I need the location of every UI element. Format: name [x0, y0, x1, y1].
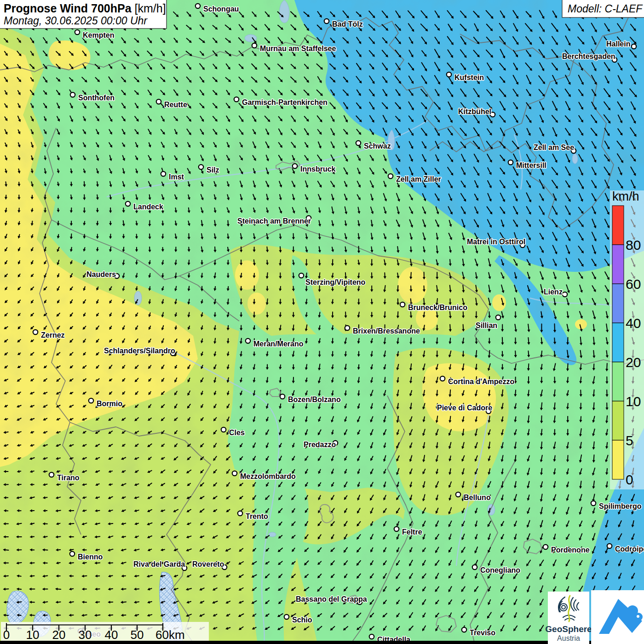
city-label-landeck: Landeck [133, 203, 163, 211]
wind-arrow [554, 456, 555, 460]
wind-arrow [372, 299, 372, 303]
city-marker-feltre [394, 527, 399, 531]
wind-arrow [201, 234, 202, 237]
wind-arrow [502, 469, 503, 472]
city-marker-bruneck-brunico [400, 302, 405, 307]
city-marker-pordenone [543, 545, 548, 549]
legend-color-box-80 [612, 206, 624, 245]
geosphere-logo: GeoSphere Austria [545, 592, 592, 644]
wind-arrow [476, 364, 477, 368]
wind-arrow [607, 363, 607, 369]
wind-arrow [515, 390, 516, 395]
wind-arrow [18, 563, 22, 563]
city-label-zell-am-ziller: Zell am Ziller [396, 175, 441, 183]
wind-arrow [476, 351, 477, 356]
wind-arrow [411, 364, 411, 369]
scalebar-label-40: 40 [105, 628, 118, 642]
wind-arrow [541, 338, 542, 343]
city-marker-kufstein [447, 72, 451, 77]
wind-arrow [84, 576, 87, 576]
wind-arrow [345, 247, 346, 251]
legend-units-label: km/h [612, 190, 639, 203]
met-logo [591, 590, 644, 644]
model-panel: Modell: C-LAEF [562, 0, 644, 17]
city-label-mezzolombardo: Mezzolombardo [240, 472, 296, 480]
legend-color-box-20 [612, 323, 624, 362]
wind-arrow [502, 338, 503, 343]
wind-arrow [319, 364, 320, 368]
wind-arrow [411, 312, 411, 316]
wind-arrow [70, 523, 74, 524]
city-label-matrei-in-osttirol: Matrei in Osttirol [467, 238, 525, 246]
wind-arrow [529, 364, 529, 369]
city-marker-zernez [33, 330, 38, 334]
wind-arrow [215, 220, 215, 224]
wind-arrow [345, 299, 346, 303]
wind-arrow [293, 299, 293, 303]
city-label-schongau: Schongau [203, 5, 239, 13]
city-marker-tirano [49, 472, 54, 477]
wind-arrow [502, 390, 503, 395]
wind-arrow [358, 234, 359, 238]
city-marker-meran-merano [246, 339, 250, 343]
wind-arrow [280, 378, 281, 381]
legend-tick-80: 80 [626, 237, 641, 253]
wind-arrow [411, 351, 411, 355]
wind-arrow [97, 563, 100, 563]
wind-arrow [359, 246, 359, 251]
wind-arrow [398, 378, 398, 381]
wind-arrow [529, 390, 529, 395]
wind-arrow [96, 615, 100, 615]
wind-arrow [424, 312, 425, 316]
city-label-codroipo: Codroipo [615, 545, 644, 553]
city-label-pieve-di-cadore: Pieve di Cadore [437, 404, 492, 412]
city-label-predazzo: Predazzo [304, 441, 336, 448]
legend-color-box-60 [612, 245, 624, 284]
wind-arrow [97, 182, 98, 185]
wind-arrow [424, 325, 424, 329]
geosphere-country-label: Austria [557, 634, 580, 642]
geosphere-org-label: GeoSphere [545, 624, 592, 634]
city-label-bruneck-brunico: Bruneck/Brunico [408, 304, 467, 311]
wind-arrow [58, 511, 61, 511]
city-marker-conegliano [472, 565, 477, 569]
wind-arrow [411, 338, 411, 342]
wind-arrow [215, 208, 215, 211]
wind-arrow [84, 182, 85, 185]
wind-arrow [293, 325, 294, 329]
city-label-kufstein: Kufstein [454, 74, 484, 81]
city-label-lienz: Lienz [544, 288, 563, 296]
wind-arrow [515, 469, 516, 473]
city-marker-zell-am-ziller [388, 174, 393, 178]
city-marker-schongau [196, 4, 200, 8]
city-label-riva-del-garda: Riva del Garda [133, 560, 185, 568]
city-label-belluno: Belluno [464, 494, 491, 501]
wind-arrow [189, 312, 189, 316]
wind-arrow [280, 404, 281, 407]
wind-arrow [306, 273, 307, 277]
city-marker-garmisch-partenkirchen [234, 97, 239, 102]
wind-arrow [267, 247, 267, 251]
wind-arrow [515, 455, 516, 460]
wind-arrow [333, 273, 333, 276]
city-label-silz: Silz [207, 166, 219, 174]
city-label-bienno: Bienno [78, 553, 103, 561]
city-marker-sterzing-vipiteno [299, 273, 304, 278]
wind-arrow [58, 536, 61, 537]
wind-arrow [371, 247, 372, 251]
wind-arrow [594, 455, 594, 460]
city-marker-landeck [126, 201, 130, 206]
city-label-feltre: Feltre [402, 528, 422, 536]
wind-arrow [581, 337, 581, 344]
wind-arrow [319, 273, 320, 277]
wind-arrow [607, 443, 607, 447]
wind-arrow [293, 260, 293, 263]
wind-arrow [319, 260, 320, 264]
city-marker-sillian [496, 315, 500, 320]
wind-arrow [293, 273, 293, 276]
legend-tick-20: 20 [626, 355, 641, 370]
wind-arrow [437, 312, 437, 316]
city-label-murnau-am-staffelsee: Murnau am Staffelsee [260, 45, 336, 52]
wind-arrow [176, 273, 176, 276]
city-marker-kempten [75, 30, 80, 34]
